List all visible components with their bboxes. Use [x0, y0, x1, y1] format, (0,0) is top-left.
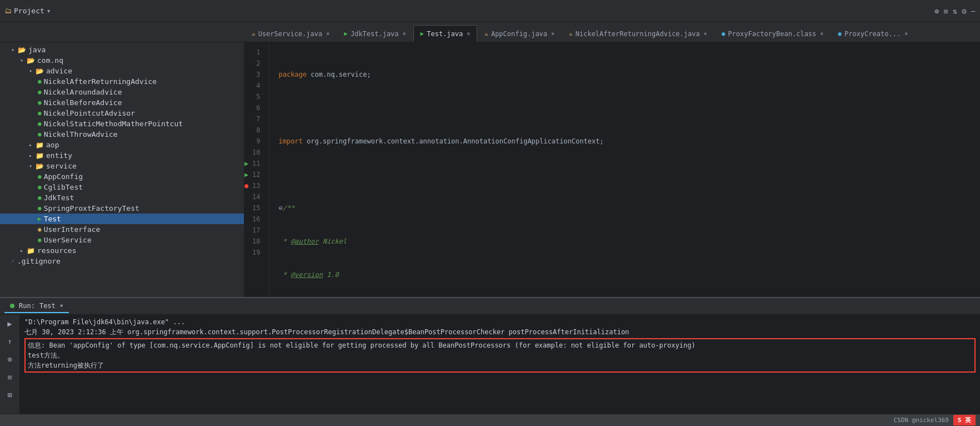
- sidebar-item-appconfig[interactable]: ● AppConfig: [0, 171, 244, 182]
- sidebar-item-label: AppConfig: [44, 172, 83, 181]
- project-sidebar: 📂 java 📂 com.nq 📂 advice ● NickelAfterRe…: [0, 42, 244, 297]
- file-green-icon: ●: [38, 120, 42, 127]
- sidebar-item-aop[interactable]: 📁 aop: [0, 140, 244, 150]
- line-num-16: 16: [244, 214, 264, 225]
- tab-close-icon[interactable]: ×: [326, 31, 329, 37]
- play-icon[interactable]: ▶: [5, 317, 14, 330]
- project-title: Project: [14, 7, 44, 15]
- code-line-5: ⊖/**: [278, 202, 971, 214]
- code-content[interactable]: package com.nq.service; import org.sprin…: [269, 42, 980, 297]
- sidebar-item-label: advice: [46, 67, 72, 75]
- sidebar-item-cglibtest[interactable]: ● CglibTest: [0, 182, 244, 192]
- sidebar-item-test[interactable]: ▶ Test: [0, 214, 244, 224]
- line-num-7: 7: [244, 113, 264, 125]
- code-line-2: [278, 102, 971, 113]
- sidebar-item-resources[interactable]: 📁 resources: [0, 245, 244, 256]
- line-num-1: 1: [244, 47, 264, 58]
- project-label[interactable]: 🗂 Project ▾: [4, 7, 51, 15]
- rerun-icon[interactable]: ↑: [5, 335, 14, 348]
- sidebar-item-label: aop: [46, 141, 59, 149]
- folder-open-icon: 📂: [36, 162, 44, 170]
- sidebar-item-nickelstatic[interactable]: ● NickelStaticMethodMatherPointcut: [0, 118, 244, 129]
- line-num-3: 3: [244, 69, 264, 80]
- tab-label: ProxyCreato...: [844, 30, 901, 38]
- tab-proxyfactorybean[interactable]: ◉ ProxyFactoryBean.class ×: [714, 25, 831, 42]
- tab-appconfig[interactable]: ☕ AppConfig.java ×: [477, 25, 562, 42]
- tab-test[interactable]: ▶ Test.java ×: [413, 25, 478, 42]
- arrow-down-icon: [29, 163, 32, 169]
- align-icon[interactable]: ≡: [943, 7, 948, 16]
- line-num-6: 6: [244, 102, 264, 113]
- project-dropdown-icon[interactable]: ▾: [47, 7, 51, 15]
- sidebar-item-nickelbefore[interactable]: ● NickelBeforeAdvice: [0, 97, 244, 108]
- tab-userservice[interactable]: ☕ UserService.java ×: [244, 25, 337, 42]
- sidebar-item-service[interactable]: 📂 service: [0, 161, 244, 171]
- line-numbers: 1 2 3 4 5 6 7 8 9 10 ▶11 ▶12 ●13 14: [244, 42, 269, 297]
- tab-close-icon[interactable]: ×: [904, 31, 908, 37]
- tab-close-icon[interactable]: ×: [551, 31, 554, 37]
- sidebar-item-nickelafter[interactable]: ● NickelAfterReturningAdvice: [0, 76, 244, 87]
- arrow-down-icon: [20, 57, 23, 63]
- sidebar-item-java[interactable]: 📂 java: [0, 44, 244, 55]
- tab-close-icon[interactable]: ×: [467, 31, 470, 37]
- sidebar-item-jdktest[interactable]: ● JdkTest: [0, 192, 244, 203]
- file-orange-icon: ◉: [38, 226, 42, 233]
- output-line-1: "D:\Program File\jdk64\bin\java.exe" ...: [24, 317, 976, 327]
- line-num-11: ▶11: [244, 158, 264, 169]
- stack-icon[interactable]: ⊞: [5, 388, 14, 402]
- tab-close-icon[interactable]: ×: [704, 31, 707, 37]
- scroll-icon[interactable]: ≡: [5, 370, 14, 384]
- tab-proxycreator[interactable]: ◉ ProxyCreato... ×: [831, 25, 915, 42]
- stop-icon[interactable]: ⊗: [5, 353, 14, 366]
- tab-label: UserService.java: [258, 30, 323, 38]
- tab-close-icon[interactable]: ×: [403, 31, 406, 37]
- sidebar-item-springproxt[interactable]: ● SpringProxtFactoryTest: [0, 203, 244, 214]
- tab-nickeladvice[interactable]: ☕ NickelAfterReturningAdvice.java ×: [562, 25, 714, 42]
- tab-close-icon[interactable]: ×: [820, 31, 823, 37]
- sidebar-item-userinterface[interactable]: ◉ UserInterface: [0, 224, 244, 235]
- settings-icon[interactable]: ⚙: [962, 7, 966, 16]
- run-tab-close[interactable]: ×: [60, 303, 63, 309]
- sidebar-item-nickelaround[interactable]: ● NickelAroundadvice: [0, 87, 244, 97]
- tab-label: ProxyFactoryBean.class: [728, 30, 816, 38]
- line-num-9: 9: [244, 136, 264, 147]
- sidebar-item-label: NickelBeforeAdvice: [44, 98, 122, 107]
- csdn-badge: S 英: [953, 415, 976, 425]
- minus-icon[interactable]: −: [971, 7, 976, 16]
- run-tab[interactable]: Run: Test ×: [4, 300, 69, 313]
- sync-icon[interactable]: ⊕: [934, 7, 939, 16]
- bottom-tab-bar: Run: Test ×: [0, 298, 980, 315]
- sidebar-item-nickelthrow[interactable]: ● NickelThrowAdvice: [0, 129, 244, 140]
- tab-running-icon: ▶: [344, 30, 348, 37]
- code-line-6: * @author Nickel: [278, 236, 971, 247]
- file-green-icon: ●: [38, 236, 42, 244]
- tab-jdktest[interactable]: ▶ JdkTest.java ×: [337, 25, 413, 42]
- sidebar-item-gitignore[interactable]: ◦ .gitignore: [0, 256, 244, 266]
- code-editor[interactable]: 1 2 3 4 5 6 7 8 9 10 ▶11 ▶12 ●13 14: [244, 42, 980, 297]
- sidebar-item-label: com.nq: [37, 56, 63, 65]
- file-green-icon: ●: [38, 78, 42, 85]
- file-green-icon: ●: [38, 205, 42, 212]
- code-line-7: * @version 1.0: [278, 269, 971, 280]
- folder-open-icon: 📂: [27, 57, 35, 65]
- bottom-content: ▶ ↑ ⊗ ≡ ⊞ "D:\Program File\jdk64\bin\jav…: [0, 315, 980, 414]
- sidebar-item-label: SpringProxtFactoryTest: [44, 204, 139, 212]
- sort-icon[interactable]: ⇅: [953, 7, 957, 16]
- line-num-8: 8: [244, 125, 264, 136]
- sidebar-item-entity[interactable]: 📁 entity: [0, 150, 244, 161]
- sidebar-item-label: java: [28, 46, 46, 54]
- line-num-15: 15: [244, 202, 264, 214]
- line-num-2: 2: [244, 58, 264, 69]
- bottom-panel: Run: Test × ▶ ↑ ⊗ ≡ ⊞ "D:\Program File\j…: [0, 297, 980, 414]
- sidebar-item-comnq[interactable]: 📂 com.nq: [0, 55, 244, 66]
- top-bar: 🗂 Project ▾ ⊕ ≡ ⇅ ⚙ −: [0, 0, 980, 22]
- sidebar-item-advice[interactable]: 📂 advice: [0, 66, 244, 76]
- folder-icon: 📁: [27, 247, 35, 255]
- sidebar-item-label: entity: [46, 151, 72, 160]
- line-num-17: 17: [244, 225, 264, 236]
- sidebar-item-userservice[interactable]: ● UserService: [0, 235, 244, 245]
- file-green-icon: ●: [38, 131, 42, 138]
- folder-icon: 📁: [36, 141, 44, 149]
- sidebar-item-nickelpointcut[interactable]: ● NickelPointcutAdvisor: [0, 108, 244, 118]
- folder-icon: 📁: [36, 152, 44, 160]
